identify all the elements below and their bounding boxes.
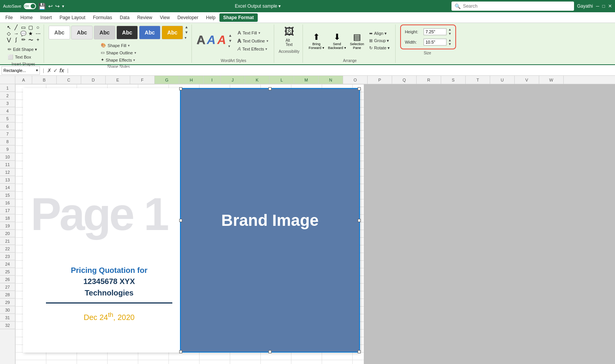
scroll-more-arrow[interactable]: ▾ xyxy=(185,35,188,41)
col-T[interactable]: T xyxy=(466,76,490,84)
col-S[interactable]: S xyxy=(441,76,466,84)
close-icon[interactable]: ✕ xyxy=(608,3,612,9)
cursor-icon[interactable]: ↖ xyxy=(5,24,12,30)
brand-image-box[interactable]: Brand Image xyxy=(180,88,360,353)
col-J[interactable]: J xyxy=(221,76,245,84)
col-C[interactable]: C xyxy=(57,76,81,84)
menu-data[interactable]: Data xyxy=(116,13,133,22)
save-icon[interactable]: 💾 xyxy=(38,3,46,10)
shape-style-4[interactable]: Abc xyxy=(116,26,138,39)
callout-icon[interactable]: 💬 xyxy=(20,31,27,36)
shape-effects-btn[interactable]: ✦ Shape Effects ▾ xyxy=(98,57,139,63)
zigzag-icon[interactable]: ⋁ xyxy=(5,37,12,44)
wordart-down[interactable]: ▼ xyxy=(228,38,232,44)
shape-outline-btn[interactable]: ▭ Shape Outline ▾ xyxy=(98,49,139,56)
col-L[interactable]: L xyxy=(270,76,294,84)
row-31[interactable]: 31 xyxy=(0,314,15,322)
text-fill-dropdown[interactable]: ▾ xyxy=(258,31,260,35)
name-box[interactable]: Rectangle... ▾ xyxy=(2,66,40,75)
menu-formulas[interactable]: Formulas xyxy=(89,13,116,22)
shape-style-1[interactable]: Abc xyxy=(49,26,70,39)
menu-view[interactable]: View xyxy=(156,13,174,22)
row-10[interactable]: 10 xyxy=(0,153,15,161)
height-spin-down[interactable]: ▼ xyxy=(448,32,451,36)
row-3[interactable]: 3 xyxy=(0,100,15,107)
col-E[interactable]: E xyxy=(106,76,130,84)
wordart-a-plain[interactable]: A xyxy=(196,33,205,49)
menu-page-layout[interactable]: Page Layout xyxy=(56,13,89,22)
customize-icon[interactable]: ▾ xyxy=(62,4,64,9)
text-box-btn[interactable]: ⬜ Text Box xyxy=(5,54,41,60)
col-G[interactable]: G xyxy=(155,76,179,84)
shape-style-5[interactable]: Abc xyxy=(139,26,160,39)
arrow-icon[interactable]: → xyxy=(13,31,20,36)
height-spin-up[interactable]: ▲ xyxy=(448,28,451,32)
col-F[interactable]: F xyxy=(130,76,155,84)
shape-style-6[interactable]: Abc xyxy=(162,26,183,39)
scroll-down-arrow[interactable]: ▼ xyxy=(185,30,188,35)
col-M[interactable]: M xyxy=(294,76,319,84)
shape-fill-btn[interactable]: 🎨 Shape Fill ▾ xyxy=(98,42,139,49)
row-24[interactable]: 24 xyxy=(0,260,15,268)
col-R[interactable]: R xyxy=(417,76,441,84)
col-V[interactable]: V xyxy=(515,76,539,84)
col-B[interactable]: B xyxy=(32,76,57,84)
rotate-btn[interactable]: ↻ Rotate ▾ xyxy=(367,45,392,51)
row-8[interactable]: 8 xyxy=(0,138,15,145)
shape-fill-dropdown[interactable]: ▾ xyxy=(128,44,130,47)
menu-home[interactable]: Home xyxy=(16,13,36,22)
confirm-btn[interactable]: ✓ xyxy=(53,67,58,73)
selection-pane-btn[interactable]: ▤ SelectionPane xyxy=(349,31,365,51)
line-icon[interactable]: ╱ xyxy=(13,24,20,30)
row-25[interactable]: 25 xyxy=(0,268,15,276)
group-btn[interactable]: ⊞ Group ▾ xyxy=(367,38,392,44)
wordart-more[interactable]: ▾ xyxy=(228,44,232,49)
align-btn[interactable]: ⬌ Align ▾ xyxy=(367,30,392,37)
width-spin-up[interactable]: ▲ xyxy=(448,38,451,42)
row-4[interactable]: 4 xyxy=(0,107,15,115)
col-W[interactable]: W xyxy=(539,76,564,84)
circle-icon[interactable]: ○ xyxy=(34,24,41,30)
edit-shape-btn[interactable]: ✏ Edit Shape ▾ xyxy=(5,46,41,53)
cancel-btn[interactable]: ✗ xyxy=(47,67,52,73)
row-30[interactable]: 30 xyxy=(0,306,15,314)
text-effects-dropdown[interactable]: ▾ xyxy=(265,47,267,51)
row-15[interactable]: 15 xyxy=(0,191,15,199)
send-backward-btn[interactable]: ⬇ SendBackward ▾ xyxy=(327,31,347,51)
row-11[interactable]: 11 xyxy=(0,161,15,168)
row-32[interactable]: 32 xyxy=(0,322,15,329)
row-28[interactable]: 28 xyxy=(0,291,15,299)
row-2[interactable]: 2 xyxy=(0,92,15,100)
autosave-toggle[interactable]: On xyxy=(24,3,36,9)
row-6[interactable]: 6 xyxy=(0,122,15,130)
col-D[interactable]: D xyxy=(81,76,106,84)
search-input[interactable] xyxy=(463,3,571,9)
row-1[interactable]: 1 xyxy=(0,84,15,92)
shape-effects-dropdown[interactable]: ▾ xyxy=(133,58,135,62)
name-box-arrow[interactable]: ▾ xyxy=(36,68,38,72)
text-effects-btn[interactable]: A Text Effects ▾ xyxy=(235,45,270,52)
text-outline-dropdown[interactable]: ▾ xyxy=(267,39,268,43)
row-13[interactable]: 13 xyxy=(0,176,15,184)
bring-forward-btn[interactable]: ⬆ BringForward ▾ xyxy=(308,31,325,51)
curve-icon[interactable]: ∫ xyxy=(13,37,20,44)
row-21[interactable]: 21 xyxy=(0,237,15,245)
wordart-a-red[interactable]: A xyxy=(217,33,226,49)
scribble-icon[interactable]: 〜 xyxy=(27,37,34,44)
alt-text-btn[interactable]: 🖼 AltText xyxy=(281,24,298,48)
shape-style-2[interactable]: Abc xyxy=(71,26,93,39)
menu-file[interactable]: File xyxy=(2,13,16,22)
row-9[interactable]: 9 xyxy=(0,145,15,153)
menu-shape-format[interactable]: Shape Format xyxy=(219,13,258,22)
row-5[interactable]: 5 xyxy=(0,115,15,122)
col-P[interactable]: P xyxy=(368,76,392,84)
menu-insert[interactable]: Insert xyxy=(36,13,56,22)
height-input[interactable] xyxy=(424,28,447,35)
col-N[interactable]: N xyxy=(319,76,343,84)
wordart-a-blue[interactable]: A xyxy=(207,33,216,49)
row-12[interactable]: 12 xyxy=(0,168,15,176)
menu-review[interactable]: Review xyxy=(133,13,156,22)
col-H[interactable]: H xyxy=(179,76,204,84)
col-U[interactable]: U xyxy=(490,76,515,84)
more-shapes-icon[interactable]: ⋯ xyxy=(34,31,41,36)
